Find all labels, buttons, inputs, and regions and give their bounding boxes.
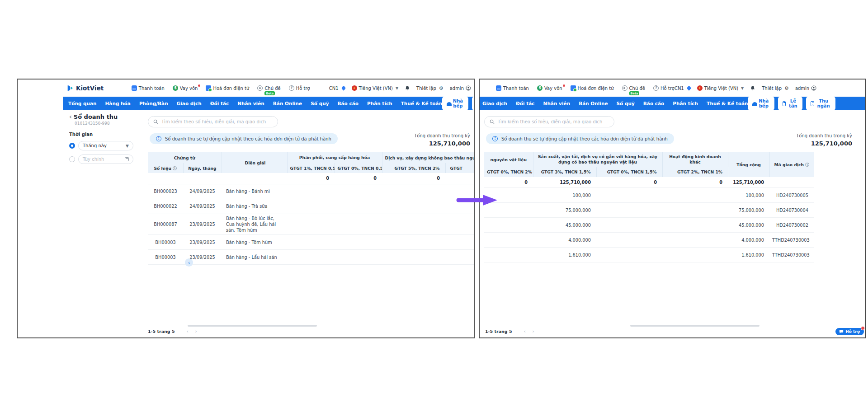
back-chevron-icon[interactable]: ‹ [69,113,72,120]
table-row[interactable]: BH0000323/09/2025Bán hàng - Lẩu hải sản [148,250,475,265]
quick-button-0[interactable]: Nhà bếp [442,97,468,110]
nav-tab-thu-k-to-n[interactable]: Thuế & Kế toán [707,101,748,106]
chevron-down-icon: ▼ [396,86,398,90]
col-gtgt-cut: GTGT [445,163,475,173]
support-button-label: Hỗ trợ [845,329,860,334]
topbar-item-loan[interactable]: Vay vốn [537,85,562,91]
col-ma-giao-dich[interactable]: Mã giao dịchi [769,152,814,177]
user-label: admin [450,86,464,91]
branch-selector[interactable]: CN1 [329,86,345,91]
user-menu[interactable]: admin [450,85,471,91]
user-menu[interactable]: admin [795,85,816,91]
table-row[interactable]: BH00008723/09/2025Bán hàng - Bò lúc lắc,… [148,214,475,235]
col-ngay-thang[interactable]: Ngày, tháng [183,163,222,173]
nav-tab-ph-n-t-ch[interactable]: Phân tích [367,101,392,106]
table-row[interactable]: BH00002324/09/2025Bán hàng - Bánh mì [148,184,475,199]
quick-button-label: Nhà bếp [758,98,770,108]
nav-tab-b-o-c-o[interactable]: Báo cáo [338,101,359,106]
table-row[interactable]: 75,000,00075,000,000HD240730004 [484,203,814,218]
table-row[interactable]: 100,000100,000HD240730005 [484,188,814,203]
topbar-item-support[interactable]: Hỗ trợ [289,85,310,91]
topbar-item-theme[interactable]: Chủ đềBeta [622,85,645,91]
nav-tab-nh-n-vi-n[interactable]: Nhân viên [543,101,571,106]
table-row[interactable]: 45,000,00045,000,000HD240730002 [484,218,814,233]
search-input[interactable] [498,119,609,124]
cell [662,218,728,233]
quick-button-0[interactable]: Nhà bếp [748,97,774,110]
cell: 1,610,000 [728,248,769,262]
topbar-item-invoice[interactable]: Hoá đơn điện tử [206,85,249,91]
quick-button-2[interactable]: Thu ngân [806,97,835,110]
nav-tab-h-ng-h-a[interactable]: Hàng hóa [105,101,131,106]
brand-name: KiotViet [76,84,104,92]
language-selector[interactable]: ★Tiếng Việt (VN)▼ [697,85,744,91]
col-so-hieu[interactable]: Số hiệui [148,163,183,173]
cell: TTHD240730003 [769,248,814,262]
support-floating-button[interactable]: Hỗ trợ [835,328,864,335]
settings-menu[interactable]: Thiết lập⚙ [416,85,443,91]
topbar-item-payment[interactable]: Thanh toán [496,85,529,91]
sidebar-collapse-button[interactable]: ‹ [185,258,193,267]
cell [596,248,662,262]
radio-custom-period[interactable] [69,156,75,162]
banner-text: Sổ doanh thu sẽ tự động cập nhật theo cá… [165,136,331,141]
col-dien-giai: Diễn giải [222,152,287,173]
col-gtgt3-tncn15: GTGT 3%, TNCN 1,5% [533,167,596,177]
nav-tab--i-t-c[interactable]: Đối tác [210,101,229,106]
cell [445,250,475,265]
table-row[interactable]: 4,000,0004,000,000TTHD240730003 [484,233,814,248]
col-gtgt0-tncn05: GTGT 0%, TNCN 0,5% [335,163,382,173]
topbar-item-label: Hoá đơn điện tử [213,86,249,91]
language-selector[interactable]: ★Tiếng Việt (VN)▼ [352,85,399,91]
nav-tab-ph-ng-b-n[interactable]: Phòng/Bàn [139,101,168,106]
support-icon [289,85,294,91]
nav-tab-b-o-c-o[interactable]: Báo cáo [643,101,664,106]
table-row[interactable]: BH0000323/09/2025Bán hàng - Tôm hùm [148,235,475,250]
search-input[interactable] [161,119,273,124]
nav-tab--i-t-c[interactable]: Đối tác [516,101,535,106]
next-page-icon[interactable]: › [195,328,197,334]
nav-tab-thu-k-to-n[interactable]: Thuế & Kế toán [401,101,442,106]
nav-tab-giao-d-ch[interactable]: Giao dịch [177,101,202,106]
nav-tab-s-qu-[interactable]: Sổ quỹ [617,101,635,106]
nav-tab-b-n-online[interactable]: Bán Online [273,101,302,106]
topbar-item-support[interactable]: Hỗ trợ [653,85,675,91]
branch-selector[interactable]: CN1 [675,86,691,91]
nav-tab-giao-d-ch[interactable]: Giao dịch [482,101,507,106]
cell: 23/09/2025 [183,235,222,250]
radio-preset-period[interactable] [69,143,75,149]
nav-tab-t-ng-quan[interactable]: Tổng quan [68,101,97,106]
settings-menu[interactable]: Thiết lập⚙ [762,85,789,91]
topbar-item-theme[interactable]: Chủ đềBeta [257,85,280,91]
kiotviet-logo[interactable]: KiotViet [66,84,104,92]
nav-tab-ph-n-t-ch[interactable]: Phân tích [673,101,698,106]
cell: 75,000,000 [728,203,769,218]
quick-button-1[interactable]: Lễ tân [472,97,475,110]
col-group-phan-phoi: Phân phối, cung cấp hàng hóa [287,152,382,163]
period-select[interactable]: Tháng này▼ [78,141,133,150]
horizontal-scrollbar[interactable] [188,325,317,327]
notification-bell[interactable] [750,85,755,91]
horizontal-scrollbar[interactable] [630,325,760,327]
pagination-label: 1-5 trang 5 [148,329,175,334]
prev-page-icon[interactable]: ‹ [187,328,189,334]
table-row[interactable]: BH00002224/09/2025Bán hàng - Trà sữa [148,199,475,214]
chevron-down-icon: ▼ [126,144,129,148]
table-row[interactable]: 1,610,0001,610,000TTHD240730003 [484,248,814,262]
cell [662,188,728,203]
topbar-item-loan[interactable]: Vay vốn [173,85,198,91]
topbar-item-payment[interactable]: Thanh toán [132,85,165,91]
topbar-item-invoice[interactable]: Hoá đơn điện tử [571,85,614,91]
nav-tab-b-n-online[interactable]: Bán Online [579,101,608,106]
notification-bell[interactable] [405,85,410,91]
topbar-right-cluster: CN1 ★Tiếng Việt (VN)▼ Thiết lập⚙ admin [675,85,816,91]
prev-page-icon[interactable]: ‹ [524,328,526,334]
cell [445,235,475,250]
next-page-icon[interactable]: › [532,328,534,334]
nav-tab-nh-n-vi-n[interactable]: Nhân viên [237,101,264,106]
cell: 45,000,000 [533,218,596,233]
custom-date-input[interactable]: Tùy chỉnh [78,154,133,164]
right-window: Thanh toánVay vốnHoá đơn điện tửChủ đềBe… [479,79,866,338]
nav-tab-s-qu-[interactable]: Sổ quỹ [311,101,329,106]
quick-button-1[interactable]: Lễ tân [778,97,803,110]
